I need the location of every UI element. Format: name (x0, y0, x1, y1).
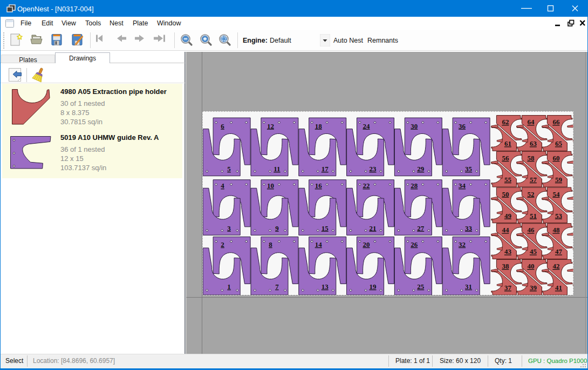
svg-text:8: 8 (269, 240, 272, 248)
svg-text:52: 52 (527, 190, 534, 198)
svg-text:35: 35 (465, 165, 473, 173)
svg-text:53: 53 (555, 212, 563, 220)
svg-text:33: 33 (465, 224, 473, 232)
svg-text:19: 19 (370, 282, 377, 291)
svg-text:28: 28 (411, 181, 418, 190)
svg-text:30: 30 (411, 122, 418, 130)
svg-text:36: 36 (459, 122, 466, 130)
svg-text:61: 61 (504, 139, 511, 147)
svg-text:10: 10 (267, 181, 274, 190)
svg-text:56: 56 (502, 154, 509, 162)
svg-text:18: 18 (315, 122, 323, 130)
svg-text:3: 3 (227, 224, 231, 232)
svg-text:59: 59 (555, 176, 563, 184)
svg-text:55: 55 (504, 176, 512, 184)
svg-text:42: 42 (552, 262, 559, 270)
svg-text:22: 22 (363, 181, 370, 190)
svg-text:17: 17 (322, 165, 329, 173)
svg-text:24: 24 (363, 122, 371, 130)
svg-text:5: 5 (227, 165, 231, 173)
svg-text:25: 25 (417, 282, 425, 291)
svg-text:32: 32 (459, 240, 466, 248)
svg-text:51: 51 (530, 212, 537, 220)
svg-text:62: 62 (502, 118, 509, 126)
svg-text:49: 49 (504, 212, 512, 220)
svg-text:43: 43 (504, 247, 512, 255)
svg-text:13: 13 (322, 282, 329, 291)
svg-text:63: 63 (530, 139, 537, 147)
svg-text:39: 39 (530, 284, 537, 292)
svg-text:27: 27 (417, 224, 425, 232)
svg-text:23: 23 (370, 165, 377, 173)
svg-text:16: 16 (315, 181, 323, 190)
svg-text:47: 47 (555, 247, 563, 255)
svg-text:20: 20 (363, 240, 370, 248)
svg-text:29: 29 (417, 165, 425, 173)
svg-text:54: 54 (552, 190, 560, 198)
svg-text:26: 26 (411, 240, 418, 248)
svg-text:38: 38 (502, 262, 509, 270)
svg-text:21: 21 (370, 224, 377, 232)
svg-text:40: 40 (527, 262, 534, 270)
svg-text:2: 2 (221, 240, 224, 248)
svg-text:41: 41 (555, 284, 562, 292)
svg-text:46: 46 (527, 226, 535, 234)
svg-text:15: 15 (322, 224, 329, 232)
svg-text:14: 14 (315, 240, 323, 248)
svg-text:1: 1 (227, 282, 231, 291)
svg-text:50: 50 (502, 190, 509, 198)
svg-text:65: 65 (555, 139, 563, 147)
svg-text:11: 11 (274, 165, 280, 173)
svg-text:60: 60 (552, 154, 559, 162)
svg-text:66: 66 (552, 118, 560, 126)
svg-text:9: 9 (275, 224, 279, 232)
svg-text:31: 31 (465, 282, 472, 291)
svg-text:37: 37 (504, 284, 512, 292)
svg-text:7: 7 (275, 282, 279, 291)
svg-text:12: 12 (267, 122, 274, 130)
svg-text:34: 34 (459, 181, 466, 190)
svg-text:45: 45 (530, 247, 537, 255)
svg-text:48: 48 (552, 226, 560, 234)
svg-text:58: 58 (527, 154, 535, 162)
svg-text:6: 6 (221, 122, 224, 130)
svg-text:4: 4 (221, 181, 224, 190)
svg-text:57: 57 (530, 176, 537, 184)
svg-text:64: 64 (527, 118, 535, 126)
svg-text:44: 44 (502, 226, 509, 234)
